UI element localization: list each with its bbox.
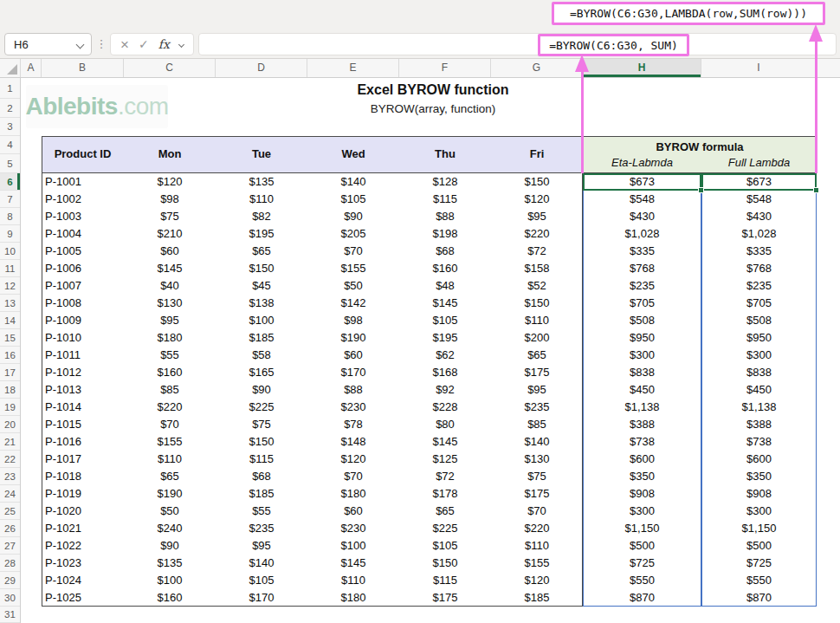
cell-day-value[interactable]: $105	[307, 191, 399, 208]
row-header-23[interactable]: 23	[0, 468, 20, 485]
cell-day-value[interactable]: $150	[399, 555, 491, 572]
row-header-1[interactable]: 1	[0, 78, 20, 99]
cell-day-value[interactable]: $75	[124, 208, 216, 225]
full-lambda-header[interactable]: Full Lambda	[701, 154, 817, 172]
row-header-3[interactable]: 3	[0, 118, 20, 136]
formula-input[interactable]	[198, 33, 837, 55]
row-header-28[interactable]: 28	[0, 555, 20, 572]
cell-product-id[interactable]: P-1013	[42, 381, 124, 399]
cell-day-value[interactable]: $60	[307, 347, 399, 364]
cell-day-value[interactable]: $168	[399, 364, 491, 381]
cell-day-value[interactable]: $165	[216, 364, 307, 381]
cell-day-value[interactable]: $40	[124, 277, 216, 295]
row-header-7[interactable]: 7	[0, 191, 20, 208]
row-header-2[interactable]: 2	[0, 99, 20, 118]
cell-day-value[interactable]: $100	[124, 572, 216, 589]
cell-byrow-full[interactable]: $705	[701, 295, 817, 312]
cell-product-id[interactable]: P-1003	[42, 208, 124, 225]
cell-byrow-eta[interactable]: $548	[583, 191, 701, 208]
cell-day-value[interactable]: $225	[216, 399, 307, 416]
cell-byrow-full[interactable]: $300	[701, 347, 817, 364]
row-header-10[interactable]: 10	[0, 243, 20, 260]
cell-day-value[interactable]: $195	[216, 225, 307, 243]
column-header-c[interactable]: C	[124, 59, 216, 77]
cell-day-value[interactable]: $75	[491, 468, 583, 485]
cell-byrow-full[interactable]: $673	[701, 173, 817, 191]
chevron-down-icon[interactable]	[76, 41, 85, 49]
header-thu[interactable]: Thu	[399, 136, 491, 172]
cell-byrow-full[interactable]: $1,028	[701, 225, 817, 243]
cell-day-value[interactable]: $220	[491, 520, 583, 537]
cell-day-value[interactable]: $140	[307, 173, 399, 191]
cell-day-value[interactable]: $150	[491, 295, 583, 312]
cell-byrow-eta[interactable]: $388	[583, 416, 701, 433]
cell-day-value[interactable]: $138	[216, 295, 307, 312]
cell-day-value[interactable]: $50	[307, 277, 399, 295]
cell-day-value[interactable]: $120	[307, 451, 399, 468]
row-header-9[interactable]: 9	[0, 225, 20, 243]
cell-day-value[interactable]: $140	[491, 433, 583, 451]
header-fri[interactable]: Fri	[491, 136, 583, 172]
cell-day-value[interactable]: $45	[216, 277, 307, 295]
row-header-17[interactable]: 17	[0, 364, 20, 381]
cell-day-value[interactable]: $68	[399, 243, 491, 260]
cell-day-value[interactable]: $205	[307, 225, 399, 243]
cell-day-value[interactable]: $230	[307, 520, 399, 537]
cell-day-value[interactable]: $230	[307, 399, 399, 416]
cell-day-value[interactable]: $130	[491, 451, 583, 468]
cell-day-value[interactable]: $135	[216, 173, 307, 191]
row-header-22[interactable]: 22	[0, 451, 20, 468]
cell-day-value[interactable]: $72	[491, 243, 583, 260]
row-header-13[interactable]: 13	[0, 295, 20, 312]
cell-day-value[interactable]: $120	[124, 173, 216, 191]
cell-day-value[interactable]: $80	[399, 416, 491, 433]
cell-day-value[interactable]: $110	[491, 312, 583, 329]
column-header-g[interactable]: G	[491, 59, 583, 77]
cancel-icon[interactable]: ×	[120, 37, 129, 52]
row-header-12[interactable]: 12	[0, 277, 20, 295]
cell-day-value[interactable]: $180	[307, 485, 399, 503]
cell-day-value[interactable]: $90	[124, 537, 216, 555]
cell-day-value[interactable]: $90	[307, 208, 399, 225]
eta-lambda-header[interactable]: Eta-Labmda	[583, 154, 701, 172]
cell-day-value[interactable]: $70	[307, 243, 399, 260]
cell-byrow-full[interactable]: $450	[701, 381, 817, 399]
cell-byrow-eta[interactable]: $1,028	[583, 225, 701, 243]
cell-byrow-eta[interactable]: $725	[583, 555, 701, 572]
cell-day-value[interactable]: $195	[399, 329, 491, 347]
cell-day-value[interactable]: $65	[124, 468, 216, 485]
cell-day-value[interactable]: $220	[491, 225, 583, 243]
cell-day-value[interactable]: $95	[216, 537, 307, 555]
cell-byrow-full[interactable]: $870	[701, 589, 817, 607]
cell-product-id[interactable]: P-1021	[42, 520, 124, 537]
row-header-6[interactable]: 6	[0, 173, 20, 191]
cell-day-value[interactable]: $198	[399, 225, 491, 243]
cell-product-id[interactable]: P-1015	[42, 416, 124, 433]
cell-day-value[interactable]: $185	[491, 589, 583, 607]
cell-byrow-full[interactable]: $600	[701, 451, 817, 468]
cell-day-value[interactable]: $175	[399, 589, 491, 607]
cell-day-value[interactable]: $75	[216, 416, 307, 433]
cell-day-value[interactable]: $228	[399, 399, 491, 416]
row-header-4[interactable]: 4	[0, 136, 20, 154]
cell-day-value[interactable]: $175	[491, 485, 583, 503]
cell-day-value[interactable]: $140	[216, 555, 307, 572]
cell-product-id[interactable]: P-1017	[42, 451, 124, 468]
cell-day-value[interactable]: $78	[307, 416, 399, 433]
cell-day-value[interactable]: $98	[307, 312, 399, 329]
cell-day-value[interactable]: $88	[399, 208, 491, 225]
cell-day-value[interactable]: $95	[491, 381, 583, 399]
cell-byrow-full[interactable]: $838	[701, 364, 817, 381]
cell-day-value[interactable]: $115	[399, 191, 491, 208]
header-mon[interactable]: Mon	[124, 136, 216, 172]
cell-day-value[interactable]: $100	[216, 312, 307, 329]
cell-day-value[interactable]: $120	[491, 572, 583, 589]
cell-day-value[interactable]: $110	[491, 537, 583, 555]
column-header-e[interactable]: E	[307, 59, 399, 77]
cell-byrow-eta[interactable]: $1,150	[583, 520, 701, 537]
cell-day-value[interactable]: $175	[491, 364, 583, 381]
cell-day-value[interactable]: $185	[216, 329, 307, 347]
cell-byrow-full[interactable]: $388	[701, 416, 817, 433]
cell-byrow-full[interactable]: $235	[701, 277, 817, 295]
cell-byrow-full[interactable]: $725	[701, 555, 817, 572]
